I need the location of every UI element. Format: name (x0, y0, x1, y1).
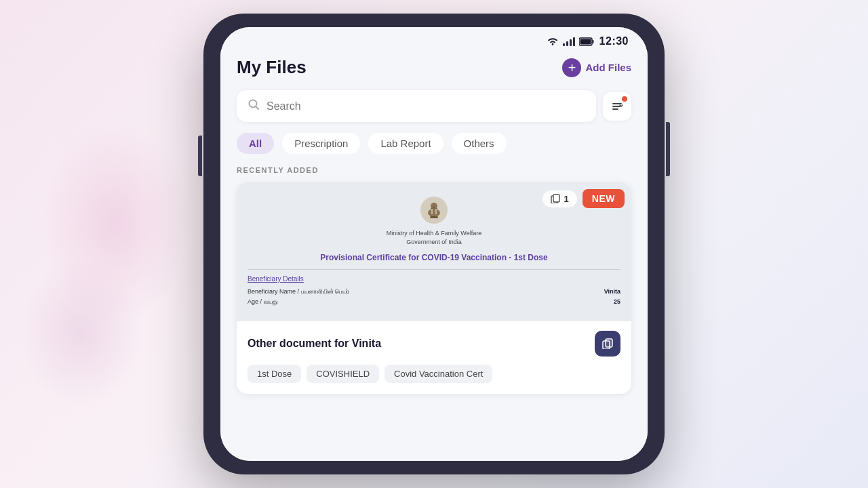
govt-emblem-icon (419, 195, 449, 225)
svg-rect-2 (580, 39, 591, 44)
doc-footer-row: Other document for Vinita (248, 331, 620, 357)
doc-name-value: Vinita (604, 288, 620, 296)
svg-point-11 (428, 209, 440, 217)
copy-icon (602, 338, 613, 349)
recently-added-label: RECENTLY ADDED (237, 166, 631, 174)
svg-line-5 (256, 107, 259, 110)
pages-badge: 1 (542, 190, 577, 207)
doc-footer: Other document for Vinita 1st Dose COVIS… (237, 321, 631, 394)
tab-lab-report[interactable]: Lab Report (368, 133, 443, 154)
phone-device: 12:30 My Files + Add Files (203, 14, 665, 474)
doc-tags: 1st Dose COVISHIELD Covid Vaccination Ce… (248, 365, 620, 383)
tag-covishield: COVISHIELD (307, 365, 379, 383)
sort-button[interactable] (603, 92, 631, 121)
svg-rect-14 (435, 209, 437, 214)
signal-icon (563, 37, 575, 46)
svg-rect-3 (592, 40, 593, 43)
card-badges: 1 NEW (542, 189, 625, 208)
copy-button[interactable] (595, 331, 620, 357)
phone-screen: 12:30 My Files + Add Files (220, 27, 648, 461)
svg-rect-13 (431, 209, 433, 214)
add-files-label: Add Files (585, 62, 631, 73)
battery-icon (579, 37, 594, 46)
document-card: Ministry of Health & Family Welfare Gove… (237, 182, 631, 394)
svg-rect-12 (430, 216, 438, 218)
search-row (237, 90, 631, 122)
doc-age-row: Age / வயது 25 (248, 298, 620, 306)
doc-name: Other document for Vinita (248, 338, 381, 350)
sort-icon (610, 100, 624, 113)
search-input[interactable] (267, 100, 585, 113)
add-files-icon: + (562, 58, 581, 77)
doc-age-value: 25 (614, 298, 620, 306)
app-header: My Files + Add Files (237, 57, 631, 78)
tag-covid-cert: Covid Vaccination Cert (384, 365, 492, 383)
filter-tabs: All Prescription Lab Report Others (237, 133, 631, 154)
doc-preview: Ministry of Health & Family Welfare Gove… (237, 182, 631, 321)
pages-icon (551, 194, 560, 203)
svg-rect-16 (553, 195, 559, 202)
doc-name-label: Beneficiary Name / பயனாளியின் பெயர் (248, 288, 349, 296)
search-container (237, 90, 596, 122)
wifi-icon (547, 37, 559, 46)
pages-count: 1 (564, 194, 569, 204)
svg-rect-18 (606, 339, 612, 347)
doc-age-label: Age / வயது (248, 298, 278, 306)
tab-prescription[interactable]: Prescription (282, 133, 360, 154)
status-bar: 12:30 (220, 27, 648, 52)
app-content: My Files + Add Files (220, 52, 648, 461)
tag-1st-dose: 1st Dose (248, 365, 301, 383)
doc-cert-title: Provisional Certificate for COVID-19 Vac… (320, 253, 547, 262)
status-time: 12:30 (599, 35, 629, 47)
tab-all[interactable]: All (237, 133, 274, 154)
doc-ministry-text: Ministry of Health & Family Welfare Gove… (387, 229, 481, 246)
add-files-button[interactable]: + Add Files (562, 58, 631, 77)
doc-name-row: Beneficiary Name / பயனாளியின் பெயர் Vini… (248, 288, 620, 296)
status-icons (547, 37, 594, 46)
search-icon (248, 98, 260, 114)
doc-divider (248, 269, 620, 270)
new-badge: NEW (583, 189, 625, 208)
page-title: My Files (237, 57, 307, 78)
svg-point-0 (551, 43, 553, 45)
doc-details-label: Beneficiary Details (248, 275, 304, 283)
sort-notification-dot (622, 96, 627, 102)
tab-others[interactable]: Others (452, 133, 507, 154)
